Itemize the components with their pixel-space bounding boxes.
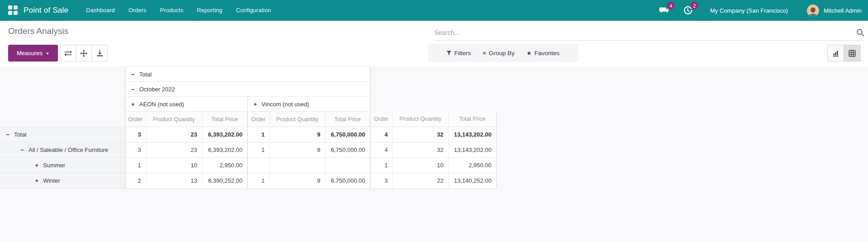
pivot-cell: 13 [146, 173, 202, 189]
row-label-text: All / Saleable / Office Furniture [29, 146, 108, 153]
bar-chart-icon [832, 50, 839, 57]
expand-icon[interactable]: + [253, 101, 258, 108]
col-header-total[interactable]: −Total [125, 67, 370, 82]
collapse-icon[interactable]: − [131, 71, 135, 78]
download-xlsx-button[interactable] [92, 45, 108, 61]
control-panel: Orders Analysis Measures ▼ [0, 21, 868, 66]
user-name[interactable]: Mitchell Admin [824, 7, 862, 14]
group-by-label: Group By [489, 50, 515, 57]
app-name[interactable]: Point of Sale [24, 6, 68, 15]
pivot-cell: 9 [269, 173, 325, 189]
bar-chart-view-button[interactable] [827, 45, 844, 61]
col-group-aeon[interactable]: +AEON (not used) [125, 97, 247, 112]
row-label-text: Winter [43, 177, 60, 184]
pivot-cell: 4 [370, 142, 393, 158]
menu-products[interactable]: Products [153, 0, 190, 21]
pivot-cell: 2 [125, 173, 146, 189]
activities-icon[interactable]: 2 [681, 4, 695, 17]
col-header-month-label: October 2022 [139, 86, 175, 93]
apps-grid-icon[interactable] [8, 5, 18, 15]
expand-icon[interactable]: + [34, 162, 39, 169]
filters-button[interactable]: Filters [446, 50, 471, 57]
search-options-bar: Filters ≡ Group By ★ Favorites [428, 44, 578, 62]
download-icon [96, 50, 103, 57]
pivot-cell: 6,750,000.00 [325, 127, 370, 142]
pivot-cell [247, 158, 269, 173]
funnel-icon [446, 51, 451, 56]
collapse-icon[interactable]: − [5, 131, 10, 138]
col-group-vincom[interactable]: +Vincom (not used) [247, 97, 370, 112]
row-header-total[interactable]: −Total [0, 127, 125, 142]
row-header-winter[interactable]: +Winter [0, 173, 125, 189]
measure-header[interactable]: Total Price [202, 112, 247, 127]
menu-reporting[interactable]: Reporting [190, 0, 229, 21]
measure-header[interactable]: Product Quantity [269, 112, 325, 127]
pivot-cell: 3 [125, 142, 146, 158]
search-icon[interactable] [856, 28, 865, 37]
search-input[interactable] [434, 29, 856, 36]
pivot-cell: 32 [393, 142, 448, 158]
user-avatar[interactable] [807, 5, 819, 17]
main-menu: Dashboard Orders Products Reporting Conf… [79, 0, 278, 21]
pivot-cell: 13,140,252.00 [448, 173, 496, 189]
flip-axis-button[interactable] [60, 45, 76, 61]
measure-header[interactable]: Order [370, 112, 393, 127]
measure-header[interactable]: Total Price [325, 112, 370, 127]
group-by-button[interactable]: ≡ Group By [483, 50, 515, 57]
measure-header[interactable]: Order [247, 112, 269, 127]
page-title: Orders Analysis [8, 26, 68, 36]
pivot-cell: 32 [393, 127, 448, 142]
pivot-cell: 23 [146, 127, 202, 142]
measure-header[interactable]: Product Quantity [146, 112, 202, 127]
menu-orders[interactable]: Orders [122, 0, 153, 21]
col-header-month[interactable]: −October 2022 [125, 82, 370, 97]
expand-icon[interactable]: + [131, 101, 135, 108]
pivot-cell: 2,950.00 [448, 158, 496, 173]
pivot-cell: 6,750,000.00 [325, 173, 370, 189]
pivot-cell: 3 [125, 127, 146, 142]
pivot-cell [325, 158, 370, 173]
col-group-vincom-label: Vincom (not used) [262, 101, 309, 108]
pivot-cell: 22 [393, 173, 448, 189]
measure-header[interactable]: Order [125, 112, 146, 127]
pivot-cell: 1 [247, 127, 269, 142]
pivot-cell: 6,393,202.00 [202, 127, 247, 142]
favorites-button[interactable]: ★ Favorites [527, 50, 560, 57]
expand-icon[interactable]: + [34, 177, 39, 184]
messages-badge: 4 [667, 2, 675, 9]
pivot-cell: 10 [393, 158, 448, 173]
collapse-icon[interactable]: − [20, 146, 24, 153]
menu-configuration[interactable]: Configuration [229, 0, 278, 21]
row-header-category[interactable]: −All / Saleable / Office Furniture [0, 142, 125, 158]
arrows-move-icon [80, 50, 87, 57]
pivot-cell: 6,390,252.00 [202, 173, 247, 189]
top-navbar: Point of Sale Dashboard Orders Products … [0, 0, 868, 21]
filters-label: Filters [454, 50, 471, 57]
messages-icon[interactable]: 4 [657, 4, 671, 17]
collapse-icon[interactable]: − [131, 86, 135, 93]
pivot-cell: 3 [370, 173, 393, 189]
measures-button[interactable]: Measures ▼ [8, 45, 58, 61]
measure-header[interactable]: Total Price [448, 112, 496, 127]
page: Point of Sale Dashboard Orders Products … [0, 0, 868, 241]
pivot-cell: 1 [247, 142, 269, 158]
search-bar [434, 24, 865, 41]
table-row: −All / Saleable / Office Furniture 3 23 … [0, 142, 496, 158]
pivot-view-button[interactable] [844, 45, 861, 61]
group-by-icon: ≡ [483, 50, 486, 57]
menu-dashboard[interactable]: Dashboard [79, 0, 122, 21]
measure-header[interactable]: Product Quantity [393, 112, 448, 127]
pivot-view: −Total −October 2022 +AEON (not used) +V… [0, 66, 868, 241]
table-row: +Winter 2 13 6,390,252.00 1 9 6,750,000.… [0, 173, 496, 189]
expand-all-button[interactable] [76, 45, 92, 61]
pivot-cell [269, 158, 325, 173]
pivot-cell: 1 [370, 158, 393, 173]
row-header-summer[interactable]: +Summer [0, 158, 125, 173]
col-header-total-label: Total [139, 71, 152, 78]
avatar-silhouette [807, 5, 819, 17]
col-group-aeon-label: AEON (not used) [139, 101, 184, 108]
company-switcher[interactable]: My Company (San Francisco) [710, 7, 788, 14]
caret-down-icon: ▼ [46, 52, 49, 56]
table-row: −Total 3 23 6,393,202.00 1 9 6,750,000.0… [0, 127, 496, 142]
pivot-cell: 4 [370, 127, 393, 142]
